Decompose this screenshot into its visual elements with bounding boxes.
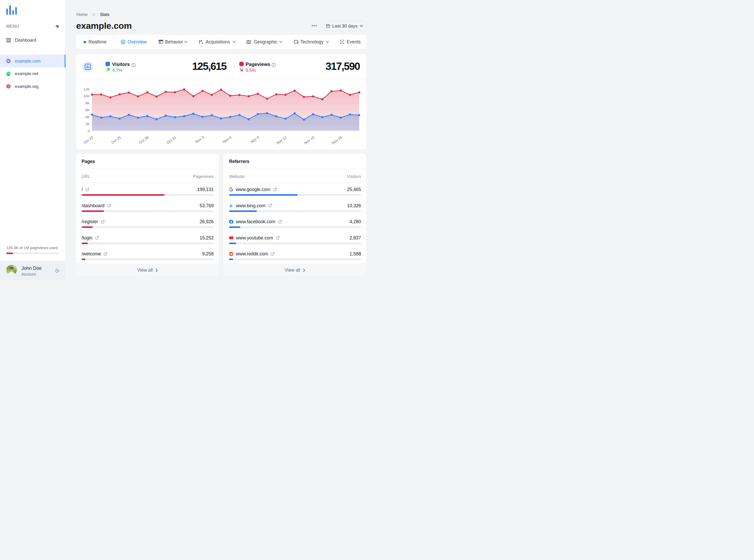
svg-text:Nov 6: Nov 6 <box>222 135 232 144</box>
svg-text:Nov 3: Nov 3 <box>194 135 205 144</box>
svg-text:Oct 22: Oct 22 <box>83 135 94 145</box>
svg-text:Nov 18: Nov 18 <box>331 135 343 145</box>
svg-text:8K: 8K <box>85 101 90 105</box>
svg-text:Nov 9: Nov 9 <box>250 135 260 144</box>
svg-text:12K: 12K <box>83 87 90 91</box>
svg-text:10K: 10K <box>83 94 90 98</box>
svg-text:6K: 6K <box>85 108 90 112</box>
svg-text:Oct 31: Oct 31 <box>166 135 177 145</box>
svg-text:2K: 2K <box>85 122 90 126</box>
svg-text:Nov 15: Nov 15 <box>303 135 315 145</box>
svg-text:Nov 12: Nov 12 <box>276 135 288 145</box>
svg-text:0: 0 <box>88 129 90 133</box>
svg-text:Oct 28: Oct 28 <box>138 135 149 145</box>
svg-text:4K: 4K <box>85 115 90 119</box>
svg-text:Oct 25: Oct 25 <box>111 135 122 145</box>
